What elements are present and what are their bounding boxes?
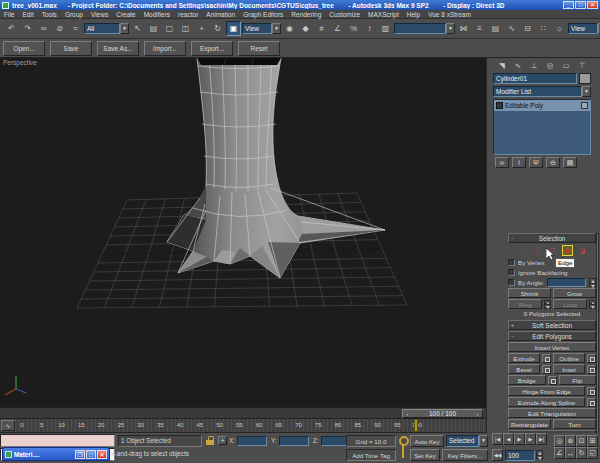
select-and-link-icon[interactable]: ∞ — [36, 21, 51, 36]
rollout-edit-polygons-header[interactable]: - Edit Polygons — [508, 331, 596, 341]
arc-rotate-icon[interactable]: ↻ — [576, 447, 587, 459]
vertex-mode-icon[interactable]: ∷ — [517, 245, 528, 256]
current-frame-marker[interactable] — [414, 419, 418, 432]
bridge-button[interactable]: Bridge — [508, 375, 546, 385]
select-by-name-icon[interactable]: ▤ — [146, 21, 161, 36]
field-of-view-icon[interactable]: ∠ — [554, 447, 565, 459]
ring-spinner[interactable] — [544, 300, 551, 309]
selection-lock-icon[interactable] — [206, 436, 215, 446]
tab-motion[interactable]: ◎ — [543, 59, 557, 71]
zoom-all-icon[interactable]: ⊚ — [565, 435, 576, 447]
key-filters-button[interactable]: Key Filters... — [442, 449, 488, 461]
next-frame-icon[interactable]: ▶ — [525, 433, 536, 445]
set-keys-button[interactable] — [398, 436, 407, 460]
key-mode-toggle[interactable]: ◀◀ — [492, 449, 503, 461]
shelf-button[interactable]: Export... — [191, 41, 233, 56]
hinge-settings-button[interactable] — [587, 387, 596, 396]
pin-stack-icon[interactable]: ∞ — [495, 157, 509, 168]
by-angle-spinner[interactable] — [589, 278, 596, 287]
select-and-rotate-icon[interactable]: ↻ — [210, 21, 225, 36]
extrude-settings-button[interactable] — [542, 354, 551, 363]
edit-named-selection-sets-icon[interactable]: ▥ — [378, 21, 393, 36]
element-mode-icon[interactable]: ◪ — [577, 245, 588, 256]
bridge-settings-button[interactable] — [548, 376, 557, 385]
select-and-manipulate-icon[interactable]: ◆ — [298, 21, 313, 36]
time-slider[interactable]: ‹ 100 / 100 › — [0, 407, 486, 419]
ignore-backfacing-checkbox[interactable] — [508, 269, 515, 276]
flip-button[interactable]: Flip — [559, 375, 597, 385]
select-object-icon[interactable]: ↖ — [130, 21, 145, 36]
by-angle-field[interactable] — [547, 278, 586, 287]
select-and-scale-icon[interactable]: ▣ — [226, 21, 241, 36]
bind-to-space-warp-icon[interactable]: ≈ — [68, 21, 83, 36]
shelf-button[interactable]: Import... — [144, 41, 186, 56]
go-to-end-icon[interactable]: ▶| — [536, 433, 547, 445]
loop-button[interactable]: Loop — [553, 299, 587, 309]
current-frame-field[interactable]: 100 — [505, 450, 535, 461]
menu-item[interactable]: Views — [87, 11, 112, 18]
select-and-move-icon[interactable]: + — [194, 21, 209, 36]
unlink-selection-icon[interactable]: ⊘ — [52, 21, 67, 36]
tab-utilities[interactable]: ⊤ — [575, 59, 589, 71]
tab-modify[interactable]: ∿ — [511, 59, 525, 71]
inset-settings-button[interactable] — [587, 365, 596, 374]
schematic-view-icon[interactable]: ⊟ — [520, 21, 535, 36]
bevel-settings-button[interactable] — [542, 365, 551, 374]
material-editor-icon[interactable]: ∷ — [536, 21, 551, 36]
frame-spinner[interactable] — [536, 450, 543, 459]
selection-filter-dropdown[interactable]: All ▼ — [84, 23, 129, 34]
show-end-result-icon[interactable]: i — [512, 157, 526, 168]
loop-spinner[interactable] — [589, 300, 596, 309]
auto-key-button[interactable]: Auto Key — [410, 435, 444, 447]
undo-icon[interactable]: ↶ — [4, 21, 19, 36]
percent-snap-icon[interactable]: % — [346, 21, 361, 36]
outline-button[interactable]: Outline — [553, 353, 585, 363]
layer-manager-icon[interactable]: ▤ — [488, 21, 503, 36]
rectangular-selection-region-icon[interactable]: ▢ — [162, 21, 177, 36]
min-max-toggle-icon[interactable]: ◱ — [587, 447, 598, 459]
object-name-field[interactable]: Cylinder01 — [493, 73, 577, 84]
redo-icon[interactable]: ↷ — [20, 21, 35, 36]
menu-item[interactable]: Rendering — [287, 11, 325, 18]
inset-button[interactable]: Inset — [553, 364, 585, 374]
shelf-button[interactable]: Reset — [238, 41, 280, 56]
stack-item-toggle[interactable] — [581, 102, 588, 109]
grow-button[interactable]: Grow — [553, 288, 596, 298]
menu-item[interactable]: Customize — [325, 11, 364, 18]
next-frame-arrow[interactable]: › — [473, 411, 482, 417]
polygon-mode-icon[interactable]: ■ — [562, 245, 573, 256]
zoom-icon[interactable]: ◎ — [554, 435, 565, 447]
menu-item[interactable]: Help — [403, 11, 424, 18]
angle-snap-icon[interactable]: ∠ — [330, 21, 345, 36]
extrude-along-spline-button[interactable]: Extrude Along Spline — [508, 397, 585, 407]
shrink-button[interactable]: Shrink — [508, 288, 551, 298]
menu-item[interactable]: Animation — [202, 11, 239, 18]
maximize-button[interactable]: □ — [86, 450, 96, 459]
perspective-viewport[interactable]: Perspective — [0, 58, 486, 407]
spinner-snap-icon[interactable]: ↕ — [362, 21, 377, 36]
zoom-extents-all-icon[interactable]: ⊞ — [587, 435, 598, 447]
menu-item[interactable]: MAXScript — [364, 11, 403, 18]
menu-item[interactable]: reactor — [174, 11, 202, 18]
shelf-button[interactable]: Save As... — [97, 41, 139, 56]
menu-item[interactable]: Tools — [38, 11, 61, 18]
menu-item[interactable]: Graph Editors — [239, 11, 287, 18]
tree-trunk-model[interactable] — [167, 58, 385, 278]
maxscript-mini-listener-pink[interactable] — [0, 434, 115, 447]
close-button[interactable]: ✕ — [587, 1, 598, 9]
reference-coordinate-dropdown[interactable]: View ▼ — [242, 23, 281, 34]
minimized-material-editor-window[interactable]: Materi.... ❐ □ ✕ — [2, 447, 110, 461]
configure-modifier-sets-icon[interactable]: ▤ — [563, 157, 577, 168]
insert-vertex-button[interactable]: Insert Vertex — [508, 342, 596, 352]
restore-button[interactable]: ❐ — [75, 450, 85, 459]
track-bar[interactable]: ∿ 05101520253035404550556065707580859095… — [0, 419, 486, 433]
add-time-tag[interactable]: Add Time Tag — [346, 449, 396, 461]
extrude-button[interactable]: Extrude — [508, 353, 540, 363]
snaps-toggle-icon[interactable]: # — [314, 21, 329, 36]
absolute-offset-toggle[interactable]: + — [218, 436, 227, 445]
menu-item[interactable]: Modifiers — [140, 11, 174, 18]
menu-item[interactable]: Create — [112, 11, 140, 18]
tab-display[interactable]: ▭ — [559, 59, 573, 71]
previous-frame-icon[interactable]: ◀ — [503, 433, 514, 445]
ring-button[interactable]: Ring — [508, 299, 542, 309]
